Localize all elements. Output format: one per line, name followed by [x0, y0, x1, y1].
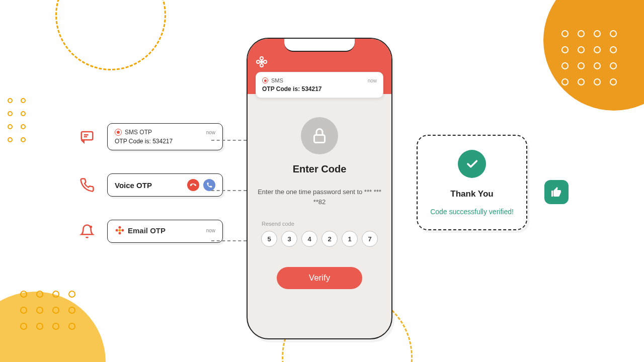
otp-digit-input[interactable]: 1	[342, 231, 358, 247]
svg-point-7	[260, 60, 263, 63]
decorative-dots-bottom-left	[20, 291, 77, 332]
email-otp-timestamp: now	[206, 228, 215, 233]
phone-mockup: SMS now OTP Code is: 534217 Enter Code E…	[247, 38, 392, 339]
connector-line	[211, 140, 247, 141]
notification-app-name: SMS	[262, 77, 283, 83]
voice-otp-row: Voice OTP	[78, 173, 223, 197]
svg-point-5	[116, 229, 118, 232]
verify-button[interactable]: Verify	[277, 267, 362, 289]
accept-call-button[interactable]	[203, 179, 215, 191]
sms-otp-timestamp: now	[206, 130, 215, 135]
otp-digit-input[interactable]: 3	[281, 231, 297, 247]
connector-line	[211, 240, 247, 241]
svg-point-11	[264, 60, 267, 63]
email-otp-card: Email OTP now	[107, 220, 223, 243]
svg-point-8	[260, 57, 263, 60]
thumbs-up-badge	[544, 180, 569, 204]
flower-icon	[115, 225, 125, 235]
notification-body: OTP Code is: 534217	[262, 85, 377, 93]
svg-point-6	[121, 229, 124, 232]
svg-point-10	[257, 60, 260, 63]
otp-digit-input[interactable]: 7	[362, 231, 378, 247]
app-badge-icon	[115, 129, 122, 136]
otp-digit-input[interactable]: 5	[261, 231, 277, 247]
svg-point-1	[90, 226, 92, 228]
svg-point-9	[260, 64, 263, 67]
sms-otp-body: OTP Code is: 534217	[115, 138, 215, 145]
decorative-arc-top-left	[55, 0, 166, 70]
decorative-dots-left	[8, 98, 28, 144]
svg-rect-12	[314, 135, 325, 143]
success-title: Thank You	[427, 189, 517, 199]
decline-call-button[interactable]	[187, 179, 199, 191]
phone-content: Enter Code Enter the one time password s…	[248, 94, 391, 299]
success-message: Code successfully verified!	[427, 207, 517, 217]
checkmark-icon	[458, 150, 486, 178]
sms-otp-title: SMS OTP	[115, 129, 152, 136]
enter-code-heading: Enter Code	[258, 163, 381, 175]
sms-otp-card: SMS OTP now OTP Code is: 534217	[107, 123, 223, 150]
svg-rect-0	[82, 132, 93, 140]
sms-otp-row: SMS OTP now OTP Code is: 534217	[78, 123, 223, 150]
connector-line	[211, 190, 247, 191]
email-otp-row: Email OTP now	[78, 220, 223, 243]
voice-otp-title: Voice OTP	[115, 181, 152, 190]
email-otp-title: Email OTP	[115, 225, 166, 235]
success-card: Thank You Code successfully verified!	[417, 135, 527, 230]
phone-header: SMS now OTP Code is: 534217	[248, 39, 391, 94]
app-logo-icon	[256, 56, 268, 68]
decorative-dots-top-right	[561, 30, 619, 87]
bell-icon	[78, 222, 96, 240]
sms-notification[interactable]: SMS now OTP Code is: 534217	[256, 72, 383, 98]
phone-icon	[78, 176, 96, 194]
notification-timestamp: now	[368, 78, 377, 83]
svg-point-4	[119, 232, 121, 234]
otp-code-input-row: 5 3 4 2 1 7	[258, 231, 381, 247]
voice-otp-card: Voice OTP	[107, 173, 223, 197]
svg-point-2	[119, 229, 121, 232]
lock-icon	[301, 117, 338, 154]
chat-icon	[78, 128, 96, 146]
enter-code-subtext: Enter the one time password sent to *** …	[258, 187, 381, 207]
phone-notch	[284, 39, 355, 52]
resend-code-link[interactable]: Resend code	[262, 221, 377, 227]
otp-digit-input[interactable]: 4	[301, 231, 317, 247]
otp-channels-column: SMS OTP now OTP Code is: 534217 Voice OT…	[78, 123, 223, 243]
otp-digit-input[interactable]: 2	[321, 231, 338, 247]
svg-point-3	[119, 226, 121, 229]
app-badge-icon	[262, 77, 268, 83]
